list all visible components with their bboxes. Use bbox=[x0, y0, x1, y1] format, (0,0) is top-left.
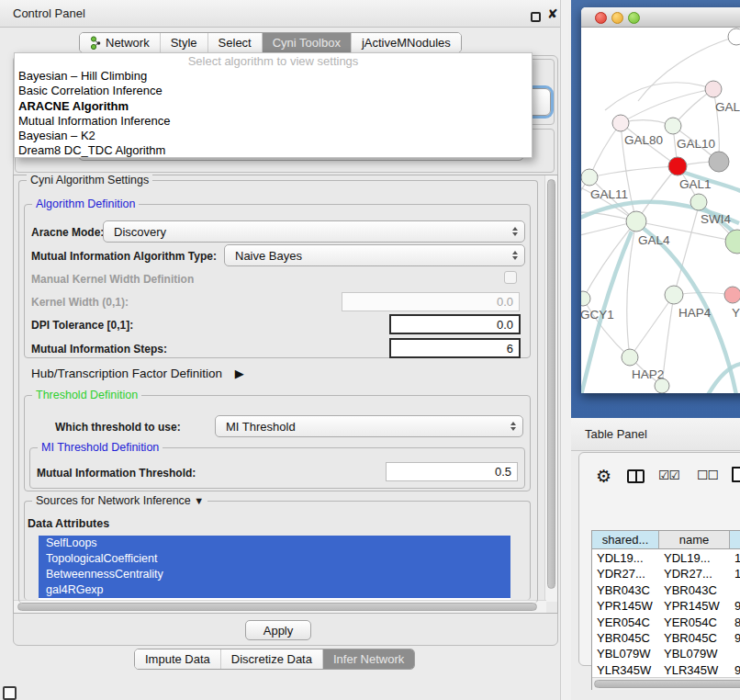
column-header-1[interactable]: shared... bbox=[592, 531, 659, 549]
algorithm-option[interactable]: Basic Correlation Inference bbox=[15, 84, 532, 98]
network-edge[interactable] bbox=[605, 83, 713, 110]
mi-threshold-field[interactable]: 0.5 bbox=[386, 462, 518, 481]
manual-kernel-checkbox[interactable] bbox=[504, 271, 517, 284]
close-window-icon[interactable] bbox=[595, 12, 607, 24]
table-row[interactable]: YBL079WYBL079W bbox=[592, 646, 740, 661]
gear-icon[interactable]: ⚙ bbox=[596, 466, 611, 487]
tab-select[interactable]: Select bbox=[207, 33, 262, 52]
aracne-mode-combobox[interactable]: Discovery bbox=[103, 220, 525, 243]
column-header-3[interactable]: A bbox=[730, 531, 740, 549]
mi-type-label: Mutual Information Algorithm Type: bbox=[31, 250, 217, 263]
split-pane-divider[interactable] bbox=[560, 0, 571, 700]
network-window-titlebar[interactable] bbox=[581, 7, 740, 28]
collapse-down-arrow-icon: ▼ bbox=[194, 495, 204, 506]
data-attribute-item[interactable]: TopologicalCoefficient bbox=[39, 551, 510, 567]
network-node-gal[interactable] bbox=[705, 81, 722, 97]
apply-button[interactable]: Apply bbox=[245, 620, 311, 640]
network-node[interactable] bbox=[725, 230, 740, 254]
tab-style[interactable]: Style bbox=[160, 33, 207, 52]
network-edge[interactable] bbox=[674, 206, 699, 295]
network-icon bbox=[90, 36, 101, 50]
table-row[interactable]: YBR043CYBR043C bbox=[592, 582, 740, 598]
network-edge[interactable] bbox=[589, 123, 621, 177]
zoom-window-icon[interactable] bbox=[628, 12, 640, 24]
float-panel-icon[interactable] bbox=[3, 686, 17, 700]
network-canvas[interactable]: GALGAL80GAL10GAL1GAL11SWI4GAL4GCY1HAP4YH… bbox=[581, 28, 740, 393]
algorithm-option[interactable]: Mutual Information Inference bbox=[15, 114, 532, 129]
table-row[interactable]: YBR045CYBR045C9. bbox=[592, 630, 740, 646]
tab-network[interactable]: Network bbox=[80, 33, 160, 52]
network-node-gal11[interactable] bbox=[581, 169, 598, 186]
vertical-scrollbar-thumb[interactable] bbox=[547, 179, 555, 589]
network-node[interactable] bbox=[728, 28, 740, 45]
table-cell: YBL079W bbox=[659, 646, 730, 661]
network-view-window[interactable]: GALGAL80GAL10GAL1GAL11SWI4GAL4GCY1HAP4YH… bbox=[581, 7, 740, 393]
algorithm-placeholder: Select algorithm to view settings bbox=[15, 53, 532, 69]
which-threshold-label: Which threshold to use: bbox=[55, 421, 181, 434]
tab-discretize-data[interactable]: Discretize Data bbox=[220, 649, 322, 669]
data-attribute-item[interactable]: gal4RGexp bbox=[39, 582, 510, 598]
algorithm-options-list: Bayesian – Hill ClimbingBasic Correlatio… bbox=[15, 69, 532, 158]
data-attribute-item[interactable]: SelfLoops bbox=[39, 536, 510, 551]
network-node-hap2[interactable] bbox=[622, 349, 638, 366]
tab-cyni-toolbox[interactable]: Cyni Toolbox bbox=[262, 33, 351, 52]
tab-infer-network[interactable]: Infer Network bbox=[322, 649, 414, 669]
hub-definition-toggle[interactable]: Hub/Transcription Factor Definition ▶ bbox=[31, 367, 244, 380]
algorithm-option[interactable]: Dream8 DC_TDC Algorithm bbox=[15, 143, 532, 158]
which-threshold-combobox[interactable]: MI Threshold bbox=[215, 415, 523, 437]
algorithm-option[interactable]: Bayesian – K2 bbox=[15, 129, 532, 143]
network-node[interactable] bbox=[709, 152, 729, 172]
table-cell: 8. bbox=[730, 615, 740, 630]
algorithm-option[interactable]: Bayesian – Hill Climbing bbox=[15, 69, 532, 84]
apply-button-label: Apply bbox=[263, 624, 294, 638]
column-header-2[interactable]: name bbox=[659, 531, 730, 549]
horizontal-scrollbar-thumb[interactable] bbox=[17, 603, 537, 611]
mi-type-combobox[interactable]: Naive Bayes bbox=[224, 244, 525, 266]
network-node-hap4[interactable] bbox=[665, 286, 683, 304]
algorithm-option[interactable]: ARACNE Algorithm bbox=[15, 99, 532, 114]
node-table: shared...nameA YDL19...YDL19...13YDR27..… bbox=[591, 530, 740, 690]
network-edge[interactable] bbox=[621, 89, 713, 123]
table-row[interactable]: YER054CYER054C8. bbox=[592, 615, 740, 630]
select-all-icon[interactable]: ☑☑ bbox=[658, 468, 679, 482]
network-node[interactable] bbox=[655, 378, 669, 393]
kernel-width-field[interactable]: 0.0 bbox=[342, 292, 520, 311]
table-cell: YDL19... bbox=[592, 550, 659, 566]
table-scrollbar-thumb[interactable] bbox=[594, 680, 740, 688]
network-edge[interactable] bbox=[589, 166, 678, 177]
float-window-button[interactable] bbox=[531, 12, 541, 22]
network-node-gal1[interactable] bbox=[668, 157, 687, 175]
tab-label: Style bbox=[171, 36, 197, 50]
tab-jactivemnodules[interactable]: jActiveMNodules bbox=[351, 33, 461, 52]
network-node-gal10[interactable] bbox=[665, 118, 681, 134]
table-horizontal-scrollbar[interactable] bbox=[592, 677, 740, 690]
network-node-gcy1[interactable] bbox=[581, 291, 590, 306]
dpi-tolerance-field[interactable]: 0.0 bbox=[389, 314, 521, 334]
network-node-y[interactable] bbox=[724, 287, 740, 303]
tab-label: jActiveMNodules bbox=[362, 36, 451, 50]
hub-definition-label: Hub/Transcription Factor Definition bbox=[31, 367, 222, 380]
mi-steps-field[interactable]: 6 bbox=[389, 338, 521, 358]
table-row[interactable]: YPR145WYPR145W9. bbox=[592, 598, 740, 614]
table-row[interactable]: YDL19...YDL19...13 bbox=[592, 550, 740, 566]
data-attribute-item[interactable]: BetweennessCentrality bbox=[39, 567, 510, 582]
columns-icon[interactable] bbox=[627, 469, 645, 483]
sources-group-title[interactable]: Sources for Network Inference ▼ bbox=[32, 494, 207, 508]
tab-label: Impute Data bbox=[145, 652, 210, 666]
network-edge[interactable] bbox=[630, 295, 674, 357]
close-panel-button[interactable]: ✘ bbox=[547, 5, 558, 23]
vertical-scrollbar[interactable] bbox=[544, 175, 557, 602]
network-node-gal80[interactable] bbox=[612, 115, 629, 131]
table-cell: YBR045C bbox=[592, 630, 659, 646]
network-node-swi4[interactable] bbox=[690, 194, 707, 210]
tab-impute-data[interactable]: Impute Data bbox=[135, 649, 220, 669]
data-attributes-list[interactable]: SelfLoopsTopologicalCoefficientBetweenne… bbox=[39, 536, 510, 600]
deselect-all-icon[interactable]: ☐☐ bbox=[697, 468, 718, 482]
new-table-icon[interactable] bbox=[732, 467, 740, 482]
network-node-gal4[interactable] bbox=[626, 211, 646, 231]
minimize-window-icon[interactable] bbox=[611, 12, 623, 24]
table-row[interactable]: YDR27...YDR27...12 bbox=[592, 566, 740, 581]
tab-label: Network bbox=[106, 36, 150, 50]
table-row[interactable]: YLR345WYLR345W9. bbox=[592, 662, 740, 678]
cyni-algorithm-settings-title: Cyni Algorithm Settings bbox=[27, 174, 152, 187]
